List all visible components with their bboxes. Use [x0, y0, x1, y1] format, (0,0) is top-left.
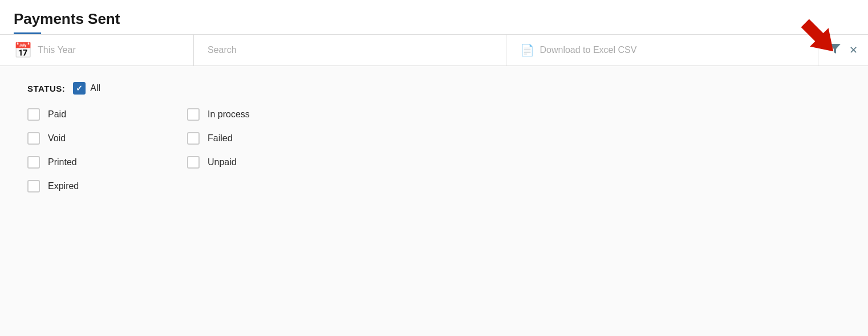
- expired-checkbox[interactable]: [27, 180, 40, 192]
- paid-checkbox[interactable]: [27, 108, 40, 121]
- checkbox-item-unpaid[interactable]: Unpaid: [187, 156, 347, 169]
- download-button[interactable]: 📄 Download to Excel CSV: [506, 35, 819, 65]
- header-section: Payments Sent: [0, 0, 868, 34]
- checkbox-item-void[interactable]: Void: [27, 132, 187, 145]
- failed-checkbox[interactable]: [187, 132, 200, 145]
- close-icon[interactable]: ✕: [849, 44, 858, 56]
- unpaid-checkbox[interactable]: [187, 156, 200, 169]
- checkbox-item-failed[interactable]: Failed: [187, 132, 347, 145]
- printed-checkbox[interactable]: [27, 156, 40, 169]
- checkbox-item-expired[interactable]: Expired: [27, 180, 187, 192]
- status-checkboxes-grid: Paid In process Void Failed Printed: [27, 108, 841, 192]
- in-process-checkbox[interactable]: [187, 108, 200, 121]
- unpaid-label: Unpaid: [208, 157, 237, 167]
- paid-label: Paid: [48, 109, 66, 120]
- status-label: STATUS:: [27, 84, 65, 93]
- checkbox-item-printed[interactable]: Printed: [27, 156, 187, 169]
- all-checkbox-wrapper[interactable]: All: [73, 82, 100, 95]
- in-process-label: In process: [208, 109, 250, 120]
- void-checkbox[interactable]: [27, 132, 40, 145]
- page-title: Payments Sent: [14, 10, 854, 28]
- all-label: All: [90, 83, 100, 93]
- search-label: Search: [208, 45, 237, 55]
- checkbox-item-paid[interactable]: Paid: [27, 108, 187, 121]
- download-label: Download to Excel CSV: [540, 45, 637, 55]
- date-label: This Year: [38, 45, 76, 55]
- checkbox-item-in-process[interactable]: In process: [187, 108, 347, 121]
- expired-label: Expired: [48, 181, 79, 191]
- void-label: Void: [48, 133, 66, 144]
- status-row: STATUS: All: [27, 82, 841, 95]
- toolbar: 📅 This Year Search 📄 Download to Excel C…: [0, 34, 868, 66]
- document-icon: 📄: [520, 43, 534, 57]
- all-checkbox[interactable]: [73, 82, 86, 95]
- filter-section: STATUS: All Paid In process Void: [0, 66, 868, 336]
- filter-icon[interactable]: [829, 42, 841, 58]
- search-button[interactable]: Search: [194, 35, 506, 65]
- page-container: Payments Sent 📅 This Year Search 📄 Downl…: [0, 0, 868, 336]
- toolbar-actions: ✕: [818, 35, 868, 65]
- calendar-icon: 📅: [14, 42, 32, 59]
- failed-label: Failed: [208, 133, 233, 144]
- date-filter-button[interactable]: 📅 This Year: [0, 35, 194, 65]
- printed-label: Printed: [48, 157, 77, 167]
- svg-marker-0: [829, 44, 841, 54]
